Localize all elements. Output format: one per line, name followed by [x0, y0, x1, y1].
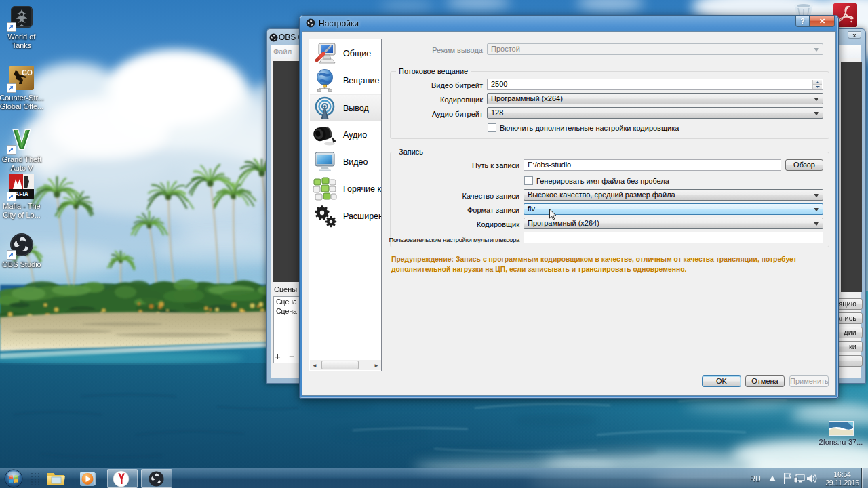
svg-text:AFIA: AFIA — [15, 190, 28, 197]
svg-text:GO: GO — [22, 69, 33, 77]
